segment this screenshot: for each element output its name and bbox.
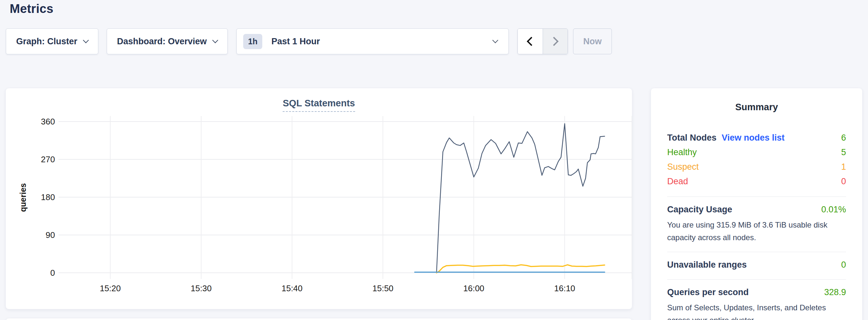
svg-text:15:40: 15:40: [281, 284, 302, 293]
svg-text:16:10: 16:10: [554, 284, 575, 293]
sql-statements-primary: [437, 124, 605, 273]
capacity-usage-description: You are using 315.9 MiB of 3.6 TiB usabl…: [667, 219, 846, 244]
time-range-selector[interactable]: 1h Past 1 Hour: [237, 28, 509, 54]
svg-text:0: 0: [51, 268, 55, 278]
total-nodes-row: Total Nodes View nodes list 6: [667, 131, 846, 145]
total-nodes-label: Total Nodes: [667, 131, 717, 145]
queries-per-second-description: Sum of Selects, Updates, Inserts, and De…: [667, 301, 846, 320]
dashboard-dropdown[interactable]: Dashboard: Overview: [107, 28, 228, 54]
chevron-down-icon: [83, 37, 89, 43]
summary-title: Summary: [667, 102, 846, 113]
total-nodes-value: 6: [841, 131, 846, 145]
next-time-window-button[interactable]: [543, 29, 568, 54]
now-button[interactable]: Now: [573, 28, 612, 54]
suspect-nodes-row: Suspect 1: [667, 160, 846, 174]
unavailable-ranges-label: Unavailable ranges: [667, 260, 747, 270]
queries-per-second-value: 328.9: [824, 287, 846, 297]
divider: [667, 279, 846, 280]
svg-text:queries: queries: [19, 183, 28, 212]
svg-text:15:50: 15:50: [372, 284, 393, 293]
divider: [667, 196, 846, 197]
healthy-value: 5: [841, 145, 846, 160]
svg-text:15:20: 15:20: [100, 284, 121, 293]
dead-value: 0: [841, 174, 846, 189]
dead-label: Dead: [667, 174, 688, 189]
page-title: Metrics: [10, 2, 53, 16]
capacity-usage-value: 0.01%: [821, 204, 846, 215]
unavailable-ranges-value: 0: [841, 260, 846, 270]
chevron-left-icon: [527, 37, 536, 46]
queries-per-second-row: Queries per second 328.9: [667, 287, 846, 299]
time-pager: [518, 28, 568, 54]
sql-statements-chart: 09018027036015:2015:3015:4015:5016:0016:…: [6, 88, 632, 310]
svg-text:180: 180: [41, 192, 55, 202]
time-range-chip: 1h: [243, 34, 262, 49]
suspect-value: 1: [841, 160, 846, 174]
healthy-label: Healthy: [667, 145, 697, 160]
suspect-label: Suspect: [667, 160, 699, 174]
chevron-right-icon: [550, 37, 559, 46]
graph-scope-label: Graph: Cluster: [16, 36, 77, 46]
svg-text:360: 360: [41, 117, 55, 126]
sql-statements-chart-card: SQL Statements 09018027036015:2015:3015:…: [5, 88, 632, 309]
healthy-nodes-row: Healthy 5: [667, 145, 846, 160]
previous-time-window-button[interactable]: [518, 29, 543, 54]
svg-text:270: 270: [41, 155, 55, 164]
queries-per-second-label: Queries per second: [667, 287, 749, 297]
chevron-down-icon: [213, 37, 218, 43]
unavailable-ranges-row: Unavailable ranges 0: [667, 260, 846, 271]
svg-text:15:30: 15:30: [190, 284, 212, 293]
dashboard-label: Dashboard: Overview: [117, 36, 207, 46]
dead-nodes-row: Dead 0: [667, 174, 846, 189]
capacity-usage-row: Capacity Usage 0.01%: [667, 204, 846, 216]
capacity-usage-label: Capacity Usage: [667, 204, 732, 215]
graph-scope-dropdown[interactable]: Graph: Cluster: [6, 28, 98, 54]
next-chart-card-top-edge: [5, 318, 632, 320]
time-range-label: Past 1 Hour: [271, 36, 320, 46]
svg-text:16:00: 16:00: [463, 284, 485, 293]
view-nodes-list-link[interactable]: View nodes list: [722, 131, 785, 145]
chevron-down-icon: [492, 37, 498, 43]
svg-text:90: 90: [45, 230, 55, 240]
summary-panel: Summary Total Nodes View nodes list 6 He…: [651, 88, 863, 320]
